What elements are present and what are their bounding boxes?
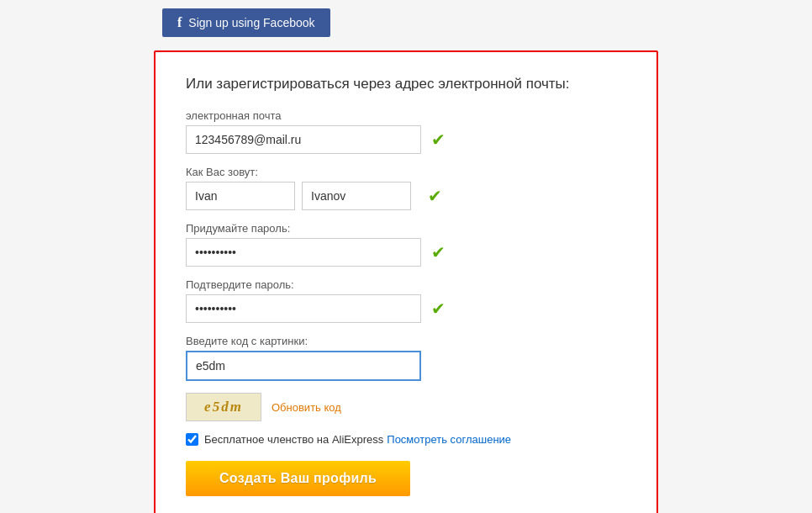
refresh-captcha-link[interactable]: Обновить код bbox=[272, 401, 341, 414]
name-inputs bbox=[186, 182, 418, 210]
confirm-password-valid-icon: ✔ bbox=[428, 299, 448, 319]
password-input[interactable] bbox=[186, 238, 421, 267]
password-field-group: Придумайте пароль: ✔ bbox=[186, 222, 626, 267]
email-row: ✔ bbox=[186, 125, 626, 154]
confirm-password-row: ✔ bbox=[186, 294, 626, 323]
name-label: Как Вас зовут: bbox=[186, 166, 626, 178]
agreement-text: Бесплатное членство на AliExpress bbox=[204, 433, 383, 446]
registration-form: Или зарегистрироваться через адрес элект… bbox=[154, 50, 658, 513]
password-label: Придумайте пароль: bbox=[186, 222, 626, 235]
email-input[interactable] bbox=[186, 125, 421, 154]
captcha-input[interactable] bbox=[186, 351, 421, 381]
email-field-group: электронная почта ✔ bbox=[186, 109, 626, 154]
name-field-group: Как Вас зовут: ✔ bbox=[186, 166, 626, 210]
agreement-link[interactable]: Посмотреть соглашение bbox=[387, 433, 511, 446]
submit-button[interactable]: Создать Ваш профиль bbox=[186, 461, 410, 496]
captcha-label: Введите код с картинки: bbox=[186, 335, 626, 347]
confirm-password-input[interactable] bbox=[186, 294, 421, 323]
first-name-input[interactable] bbox=[186, 182, 295, 210]
name-valid-icon: ✔ bbox=[424, 186, 445, 206]
facebook-signup-button[interactable]: f Sign up using Facebook bbox=[162, 8, 330, 37]
facebook-icon: f bbox=[177, 15, 182, 30]
captcha-input-row bbox=[186, 351, 626, 381]
password-valid-icon: ✔ bbox=[428, 242, 448, 262]
captcha-field-group: Введите код с картинки: e5dm Обновить ко… bbox=[186, 335, 626, 421]
agreement-checkbox[interactable] bbox=[186, 433, 198, 446]
last-name-input[interactable] bbox=[302, 182, 411, 210]
email-label: электронная почта bbox=[186, 109, 626, 122]
facebook-button-label: Sign up using Facebook bbox=[188, 16, 314, 29]
form-title: Или зарегистрироваться через адрес элект… bbox=[186, 76, 626, 93]
confirm-password-label: Подтвердите пароль: bbox=[186, 278, 626, 291]
agreement-row: Бесплатное членство на AliExpress Посмот… bbox=[186, 433, 626, 446]
password-row: ✔ bbox=[186, 238, 626, 267]
confirm-password-field-group: Подтвердите пароль: ✔ bbox=[186, 278, 626, 323]
name-row: ✔ bbox=[186, 182, 626, 210]
captcha-image-row: e5dm Обновить код bbox=[186, 393, 626, 421]
email-valid-icon: ✔ bbox=[428, 130, 448, 150]
captcha-image: e5dm bbox=[186, 393, 261, 421]
